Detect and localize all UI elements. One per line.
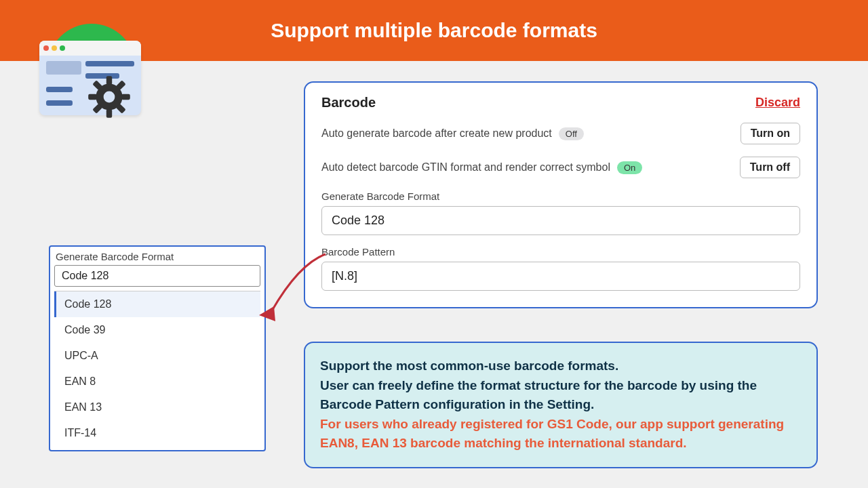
info-line-3: For users who already registered for GS1…: [320, 415, 802, 453]
auto-detect-label: Auto detect barcode GTIN format and rend…: [321, 161, 610, 174]
dropdown-item-code128[interactable]: Code 128: [54, 291, 260, 317]
gear-icon: [85, 73, 133, 121]
pattern-label: Barcode Pattern: [321, 246, 800, 258]
auto-generate-label: Auto generate barcode after create new p…: [321, 127, 552, 140]
svg-point-9: [104, 92, 115, 103]
svg-rect-3: [88, 94, 97, 100]
info-line-1: Support the most common-use barcode form…: [320, 357, 802, 376]
auto-detect-state: On: [617, 161, 642, 174]
turn-off-button[interactable]: Turn off: [740, 157, 800, 178]
discard-button[interactable]: Discard: [755, 96, 800, 110]
dropdown-label: Generate Barcode Format: [54, 249, 260, 265]
dropdown-item-upca[interactable]: UPC-A: [54, 343, 260, 369]
info-callout: Support the most common-use barcode form…: [304, 342, 818, 468]
format-input[interactable]: [321, 206, 800, 235]
card-title: Barcode: [321, 95, 376, 110]
auto-detect-row: Auto detect barcode GTIN format and rend…: [321, 157, 800, 178]
barcode-settings-card: Barcode Discard Auto generate barcode af…: [304, 81, 818, 308]
format-label: Generate Barcode Format: [321, 190, 800, 202]
svg-rect-4: [121, 94, 130, 100]
app-logo: [34, 14, 142, 122]
turn-on-button[interactable]: Turn on: [741, 123, 800, 144]
svg-rect-1: [106, 76, 112, 85]
dropdown-item-code39[interactable]: Code 39: [54, 317, 260, 343]
pattern-input[interactable]: [321, 262, 800, 291]
info-line-2: User can freely define the format struct…: [320, 376, 802, 415]
dropdown-item-ean8[interactable]: EAN 8: [54, 369, 260, 394]
format-dropdown-panel: Generate Barcode Format Code 128 Code 39…: [49, 245, 266, 451]
page-title: Support multiple barcode formats: [271, 19, 597, 42]
auto-generate-state: Off: [559, 127, 584, 140]
dropdown-input[interactable]: [54, 265, 260, 287]
dropdown-item-itf14[interactable]: ITF-14: [54, 420, 260, 446]
dropdown-item-ean13[interactable]: EAN 13: [54, 394, 260, 420]
dropdown-list: Code 128 Code 39 UPC-A EAN 8 EAN 13 ITF-…: [54, 291, 260, 446]
auto-generate-row: Auto generate barcode after create new p…: [321, 123, 800, 144]
svg-rect-2: [106, 109, 112, 118]
